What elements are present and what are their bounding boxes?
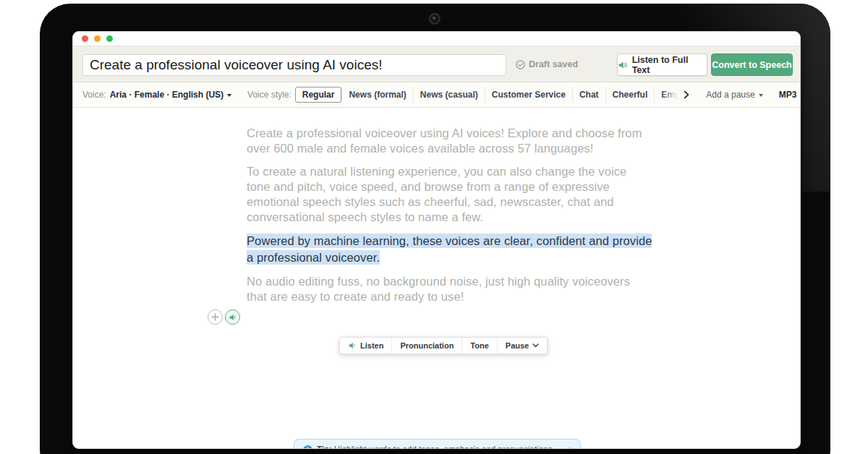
voice-style-chat[interactable]: Chat xyxy=(572,87,605,102)
selection-pronunciation-label: Pronunciation xyxy=(400,341,454,350)
project-title-input[interactable] xyxy=(82,54,506,76)
camera-icon xyxy=(429,13,441,25)
voice-select-dropdown[interactable]: Aria · Female · English (US) xyxy=(110,90,231,100)
close-window-button[interactable] xyxy=(82,35,88,42)
voice-style-news-casual[interactable]: News (casual) xyxy=(413,87,485,102)
settings-toolbar: Voice: Aria · Female · English (US) Voic… xyxy=(73,82,800,108)
voice-select-value: Aria · Female · English (US) xyxy=(110,90,224,100)
listen-full-text-label: Listen to Full Text xyxy=(632,55,707,75)
voice-style-truncated[interactable]: Emp xyxy=(654,87,680,102)
chevron-down-icon xyxy=(532,343,539,348)
header-bar: Draft saved Listen to Full Text Convert … xyxy=(73,46,800,82)
selection-tone-button[interactable]: Tone xyxy=(461,338,496,354)
check-circle-icon xyxy=(516,60,525,69)
close-icon[interactable]: × xyxy=(567,445,573,449)
chevron-right-icon xyxy=(683,90,690,99)
selected-text: Powered by machine learning, these voice… xyxy=(247,234,652,265)
caret-down-icon xyxy=(227,94,231,97)
voice-label: Voice: xyxy=(82,90,106,100)
voice-style-news-formal[interactable]: News (formal) xyxy=(341,87,412,102)
selection-listen-label: Listen xyxy=(360,341,383,350)
more-styles-button[interactable] xyxy=(683,90,690,99)
voice-style-customer-service[interactable]: Customer Service xyxy=(485,87,572,102)
paragraph[interactable]: No audio editing fuss, no background noi… xyxy=(247,274,653,304)
caret-down-icon xyxy=(800,94,801,97)
info-icon xyxy=(303,445,312,449)
selection-pause-button[interactable]: Pause xyxy=(497,338,547,354)
document-text: Create a professional voiceover using AI… xyxy=(247,126,653,312)
maximize-window-button[interactable] xyxy=(106,35,113,42)
add-pause-label: Add a pause xyxy=(706,90,754,100)
caret-down-icon xyxy=(759,94,763,97)
paragraph[interactable]: Create a professional voiceover using AI… xyxy=(247,126,653,156)
tip-body: Highlight words to add tones, emphasis a… xyxy=(332,445,552,449)
convert-to-speech-label: Convert to Speech xyxy=(712,60,791,70)
voice-style-label: Voice style: xyxy=(247,90,292,100)
voice-style-cheerful[interactable]: Cheerful xyxy=(605,87,655,102)
tip-prefix: Tip: xyxy=(317,445,332,449)
add-block-button[interactable] xyxy=(208,309,223,325)
voice-style-pills: Regular News (formal) News (casual) Cust… xyxy=(295,87,681,103)
paragraph-margin-controls xyxy=(208,309,240,325)
tip-banner: Tip: Highlight words to add tones, empha… xyxy=(294,439,581,449)
listen-full-text-button[interactable]: Listen to Full Text xyxy=(617,53,707,76)
text-editor[interactable]: Create a professional voiceover using AI… xyxy=(73,108,800,448)
paragraph[interactable]: To create a natural listening experience… xyxy=(247,164,653,225)
speaker-icon xyxy=(229,313,237,322)
minimize-window-button[interactable] xyxy=(94,35,101,42)
add-pause-dropdown[interactable]: Add a pause xyxy=(706,90,762,100)
selection-toolbar: Listen Pronunciation Tone Pause xyxy=(339,337,548,354)
window-titlebar xyxy=(73,32,800,46)
convert-to-speech-button[interactable]: Convert to Speech xyxy=(711,53,793,76)
format-dropdown[interactable]: MP3 xyxy=(779,90,801,100)
play-paragraph-button[interactable] xyxy=(225,309,240,325)
plus-icon xyxy=(211,313,219,321)
selection-pronunciation-button[interactable]: Pronunciation xyxy=(391,338,461,354)
draft-saved-status: Draft saved xyxy=(516,46,578,82)
selected-paragraph[interactable]: Powered by machine learning, these voice… xyxy=(247,233,653,266)
speaker-icon xyxy=(618,60,628,70)
speaker-icon xyxy=(348,341,357,350)
selection-listen-button[interactable]: Listen xyxy=(340,338,391,354)
tip-text: Tip: Highlight words to add tones, empha… xyxy=(317,445,552,449)
voice-style-regular[interactable]: Regular xyxy=(295,87,342,103)
draft-saved-label: Draft saved xyxy=(529,59,578,69)
selection-tone-label: Tone xyxy=(470,341,488,350)
format-value: MP3 xyxy=(779,90,797,100)
app-window: Draft saved Listen to Full Text Convert … xyxy=(72,31,801,449)
selection-pause-label: Pause xyxy=(506,341,529,350)
